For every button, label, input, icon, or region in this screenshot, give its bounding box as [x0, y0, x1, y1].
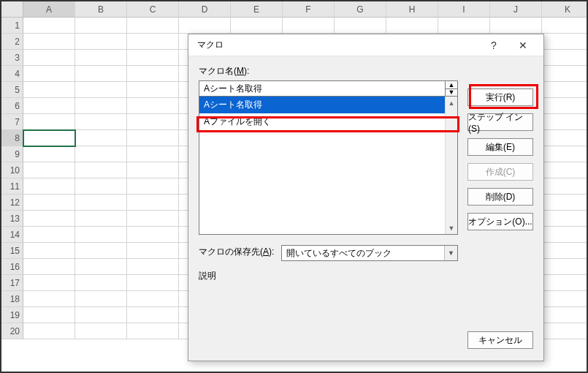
cell[interactable]	[127, 307, 179, 323]
cell[interactable]	[127, 195, 179, 211]
row-header[interactable]: 18	[1, 291, 23, 307]
close-button[interactable]: ✕	[508, 35, 538, 56]
cell[interactable]	[127, 66, 179, 82]
cell[interactable]	[542, 275, 588, 291]
cell[interactable]	[75, 227, 127, 243]
listbox-scrollbar[interactable]: ▲ ▼	[445, 97, 457, 234]
cell[interactable]	[283, 18, 335, 34]
cell[interactable]	[127, 227, 179, 243]
cell[interactable]	[75, 130, 127, 146]
cell[interactable]	[542, 243, 588, 259]
delete-button[interactable]: 削除(D)	[467, 188, 533, 206]
cell[interactable]	[127, 323, 179, 339]
cell[interactable]	[542, 323, 588, 339]
cell[interactable]	[127, 259, 179, 275]
cell[interactable]	[542, 307, 588, 323]
cell[interactable]	[23, 195, 75, 211]
cell[interactable]	[23, 275, 75, 291]
cell[interactable]	[23, 211, 75, 227]
row-header[interactable]: 7	[1, 114, 23, 130]
cell[interactable]	[490, 18, 542, 34]
cell[interactable]	[542, 66, 588, 82]
row-header[interactable]: 5	[1, 82, 23, 98]
cell[interactable]	[231, 18, 283, 34]
cell[interactable]	[386, 18, 438, 34]
cell[interactable]	[542, 291, 588, 307]
cell[interactable]	[542, 146, 588, 162]
row-header[interactable]: 19	[1, 307, 23, 323]
cell[interactable]	[542, 50, 588, 66]
cell[interactable]	[23, 227, 75, 243]
cell[interactable]	[127, 82, 179, 98]
cell[interactable]	[75, 259, 127, 275]
cell[interactable]	[542, 259, 588, 275]
cell[interactable]	[75, 98, 127, 114]
cell[interactable]	[23, 66, 75, 82]
cell[interactable]	[542, 162, 588, 178]
cell[interactable]	[23, 98, 75, 114]
macro-listbox[interactable]: Aシート名取得 Aファイルを開く ▲ ▼	[199, 96, 458, 235]
edit-button[interactable]: 編集(E)	[467, 138, 533, 156]
cell[interactable]	[23, 178, 75, 195]
cell[interactable]	[23, 259, 75, 275]
column-header[interactable]: G	[335, 1, 386, 18]
help-button[interactable]: ?	[479, 35, 508, 56]
column-header[interactable]: A	[23, 1, 75, 18]
list-item[interactable]: Aファイルを開く	[199, 113, 457, 130]
cell[interactable]	[75, 146, 127, 162]
cell[interactable]	[75, 82, 127, 98]
cell[interactable]	[542, 114, 588, 130]
scroll-up-icon[interactable]: ▲	[446, 97, 457, 109]
cell[interactable]	[127, 211, 179, 227]
column-header[interactable]: B	[75, 1, 127, 18]
cell[interactable]	[438, 18, 490, 34]
column-header[interactable]: J	[490, 1, 542, 18]
cell[interactable]	[23, 291, 75, 307]
cell[interactable]	[23, 243, 75, 259]
row-header[interactable]: 17	[1, 275, 23, 291]
row-header[interactable]: 20	[1, 323, 23, 339]
column-header[interactable]: F	[283, 1, 335, 18]
cell[interactable]	[75, 291, 127, 307]
cell[interactable]	[542, 178, 588, 195]
cell[interactable]	[542, 130, 588, 146]
cell[interactable]	[542, 211, 588, 227]
cell[interactable]	[75, 323, 127, 339]
cell[interactable]	[542, 98, 588, 114]
select-all-corner[interactable]	[1, 1, 23, 18]
column-header[interactable]: K	[542, 1, 588, 18]
column-header[interactable]: C	[127, 1, 179, 18]
cell[interactable]	[23, 114, 75, 130]
cell[interactable]	[75, 307, 127, 323]
chevron-down-icon[interactable]: ▼	[444, 246, 457, 260]
cell[interactable]	[542, 34, 588, 50]
cell[interactable]	[542, 82, 588, 98]
row-header[interactable]: 15	[1, 243, 23, 259]
cell[interactable]	[127, 50, 179, 66]
row-header[interactable]: 9	[1, 146, 23, 162]
cell[interactable]	[127, 178, 179, 195]
row-header[interactable]: 12	[1, 195, 23, 211]
list-item[interactable]: Aシート名取得	[199, 97, 457, 113]
row-header[interactable]: 16	[1, 259, 23, 275]
row-header[interactable]: 3	[1, 50, 23, 66]
cell[interactable]	[75, 275, 127, 291]
row-header[interactable]: 14	[1, 227, 23, 243]
cell[interactable]	[23, 146, 75, 162]
cell[interactable]	[542, 195, 588, 211]
cell[interactable]	[127, 291, 179, 307]
cell[interactable]	[23, 18, 75, 34]
cancel-button[interactable]: キャンセル	[467, 331, 533, 349]
cell[interactable]	[75, 162, 127, 178]
macro-name-spinner[interactable]: ▲ ▼	[445, 80, 458, 97]
cell[interactable]	[127, 130, 179, 146]
column-header[interactable]: I	[438, 1, 490, 18]
row-header[interactable]: 1	[1, 18, 23, 34]
cell[interactable]	[127, 275, 179, 291]
row-header[interactable]: 8	[1, 130, 23, 146]
run-button[interactable]: 実行(R)	[467, 88, 533, 106]
macro-name-input[interactable]	[199, 80, 446, 97]
cell[interactable]	[542, 227, 588, 243]
column-header[interactable]: H	[386, 1, 438, 18]
cell[interactable]	[127, 146, 179, 162]
